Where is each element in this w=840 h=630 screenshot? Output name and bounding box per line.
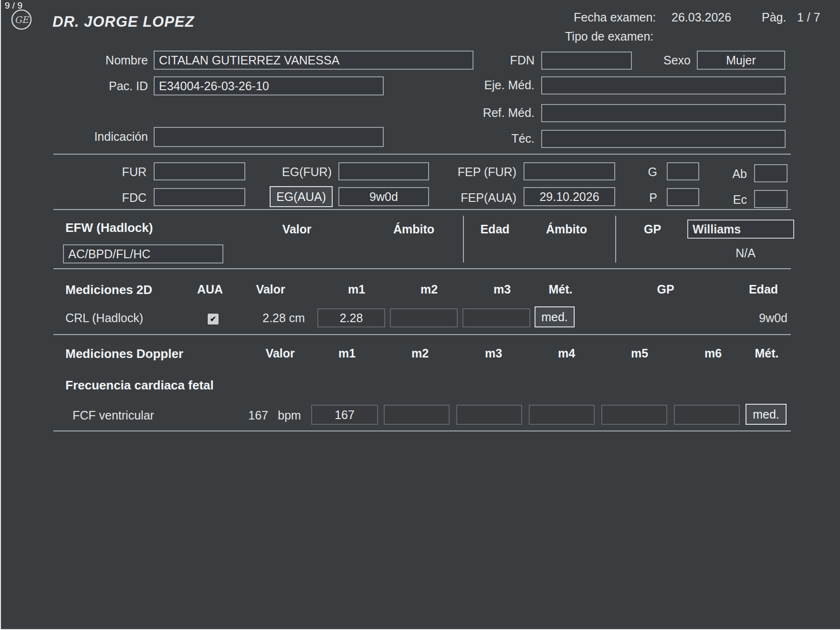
- header-valor-2d: Valor: [249, 283, 292, 296]
- crl-name: CRL (Hadlock): [65, 311, 143, 325]
- divider: [53, 209, 791, 210]
- gravida-field[interactable]: [667, 162, 699, 180]
- crl-med-button[interactable]: med.: [535, 306, 575, 327]
- fur-label: FUR: [96, 165, 147, 179]
- eg-aua-button-label: EG(AUA): [276, 190, 326, 204]
- header-m3-2d: m3: [481, 283, 524, 296]
- eg-fur-label: EG(FUR): [275, 165, 332, 179]
- efw-valor-header: Valor: [266, 222, 328, 236]
- tech-label: Téc.: [464, 132, 535, 146]
- crl-m1-text: 2.28: [340, 311, 363, 325]
- header-met-doppler: Mét.: [746, 346, 787, 360]
- header-m1-2d: m1: [335, 283, 378, 296]
- fcf-unit: bpm: [278, 409, 301, 422]
- ob-report-page: 9 / 9 GE DR. JORGE LOPEZ Fecha examen: 2…: [0, 0, 840, 630]
- doctor-name: DR. JORGE LOPEZ: [52, 13, 194, 31]
- ec-field[interactable]: [754, 190, 788, 208]
- fcf-m1-field[interactable]: 167: [311, 405, 378, 425]
- efw-edad-header: Edad: [469, 222, 521, 236]
- header-m3-doppler: m3: [472, 346, 515, 360]
- header-met-2d: Mét.: [540, 283, 581, 296]
- header-m5-doppler: m5: [618, 346, 661, 360]
- exam-date-label: Fecha examen:: [574, 10, 656, 24]
- divider: [53, 268, 791, 269]
- sex-field[interactable]: Mujer: [697, 51, 785, 70]
- fdc-field[interactable]: [154, 188, 245, 206]
- efw-gp-value: N/A: [714, 246, 777, 260]
- check-icon: ✔: [210, 315, 216, 324]
- header-valor-doppler: Valor: [259, 346, 302, 360]
- crl-m1-field[interactable]: 2.28: [317, 308, 385, 327]
- fcf-med-button-label: med.: [753, 408, 779, 421]
- fcf-valor: 167: [240, 409, 268, 422]
- ec-label: Ec: [724, 193, 747, 207]
- crl-med-button-label: med.: [541, 310, 568, 324]
- fcf-m6-field[interactable]: [674, 405, 740, 425]
- fcf-m2-field[interactable]: [384, 405, 450, 425]
- patient-id-field[interactable]: E34004-26-03-26-10: [154, 76, 384, 95]
- fep-aua-label: FEP(AUA): [450, 191, 516, 205]
- para-label: P: [640, 191, 657, 205]
- header-m2-2d: m2: [408, 283, 451, 296]
- ref-physician-field[interactable]: [541, 104, 786, 122]
- efw-ambito-header-2: Ámbito: [531, 222, 602, 236]
- fep-aua-field[interactable]: 29.10.2026: [524, 187, 615, 206]
- patient-name-field[interactable]: CITALAN GUTIERREZ VANESSA: [154, 51, 473, 70]
- header-edad-2d: Edad: [741, 283, 786, 296]
- indication-label: Indicación: [73, 130, 148, 144]
- crl-m3-field[interactable]: [462, 308, 530, 327]
- eg-fur-field[interactable]: [338, 162, 429, 180]
- fcf-m3-field[interactable]: [456, 405, 522, 425]
- ref-physician-label: Ref. Méd.: [464, 106, 535, 120]
- fdc-label: FDC: [96, 191, 147, 205]
- tech-field[interactable]: [541, 130, 786, 148]
- sex-text: Mujer: [726, 53, 756, 67]
- efw-gp-method-field[interactable]: Williams: [687, 220, 794, 239]
- fep-aua-text: 29.10.2026: [539, 190, 599, 204]
- efw-formula-field[interactable]: AC/BPD/FL/HC: [63, 244, 223, 263]
- measurements-2d-title: Mediciones 2D: [65, 283, 152, 297]
- fdn-label: FDN: [497, 53, 535, 67]
- crl-aua-checkbox[interactable]: ✔: [207, 313, 219, 325]
- patient-id-label: Pac. ID: [73, 79, 148, 93]
- efw-ambito-header-1: Ámbito: [378, 222, 450, 236]
- divider: [53, 430, 791, 431]
- sex-label: Sexo: [650, 53, 691, 67]
- header-m6-doppler: m6: [692, 346, 735, 360]
- fdn-field[interactable]: [541, 52, 632, 70]
- page-number: 1 / 7: [797, 10, 820, 24]
- fur-field[interactable]: [154, 162, 245, 180]
- fep-fur-field[interactable]: [524, 162, 615, 180]
- efw-formula-text: AC/BPD/FL/HC: [68, 247, 150, 261]
- fcf-m4-field[interactable]: [529, 405, 595, 425]
- fep-fur-label: FEP (FUR): [450, 165, 516, 179]
- patient-name-text: CITALAN GUTIERREZ VANESSA: [159, 53, 339, 67]
- fcf-med-button[interactable]: med.: [746, 404, 787, 425]
- para-field[interactable]: [667, 188, 699, 206]
- divider-vertical: [463, 216, 464, 262]
- crl-edad: 9w0d: [745, 311, 788, 325]
- ab-field[interactable]: [754, 164, 788, 182]
- patient-id-text: E34004-26-03-26-10: [159, 79, 269, 93]
- ab-label: Ab: [724, 167, 747, 181]
- divider: [53, 334, 791, 335]
- fcf-m5-field[interactable]: [601, 405, 667, 425]
- exec-physician-field[interactable]: [541, 76, 786, 94]
- exam-type-label: Tipo de examen:: [565, 30, 653, 43]
- efw-title: EFW (Hadlock): [65, 220, 153, 235]
- gravida-label: G: [640, 165, 657, 179]
- header-m2-doppler: m2: [399, 346, 441, 360]
- fetal-heart-rate-group-title: Frecuencia cardiaca fetal: [65, 378, 214, 393]
- crl-m2-field[interactable]: [390, 308, 458, 327]
- page-label: Pàg.: [762, 10, 786, 24]
- header-gp-2d: GP: [645, 283, 686, 296]
- indication-field[interactable]: [154, 127, 384, 147]
- eg-aua-button[interactable]: EG(AUA): [270, 186, 333, 207]
- divider: [53, 154, 791, 155]
- eg-aua-field[interactable]: 9w0d: [338, 187, 429, 206]
- header-aua: AUA: [193, 283, 227, 296]
- exec-physician-label: Eje. Méd.: [464, 78, 535, 92]
- header-m4-doppler: m4: [545, 346, 588, 360]
- patient-name-label: Nombre: [73, 53, 148, 67]
- crl-valor: 2.28 cm: [262, 311, 305, 325]
